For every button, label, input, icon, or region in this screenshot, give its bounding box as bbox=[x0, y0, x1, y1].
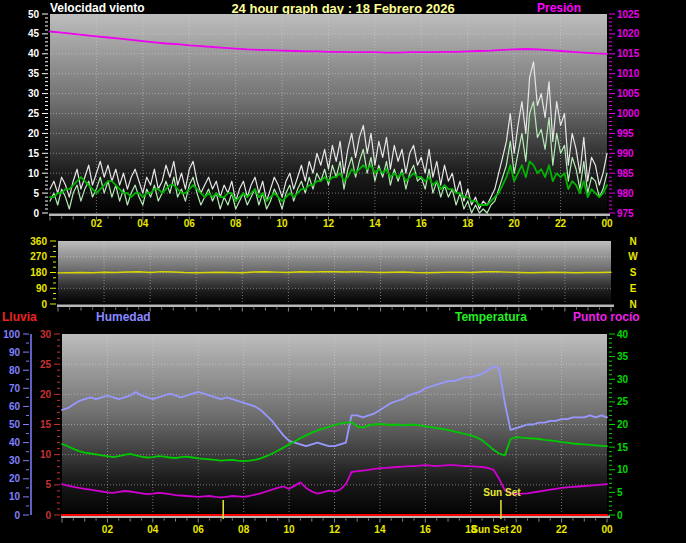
svg-text:40: 40 bbox=[617, 329, 629, 340]
svg-text:15: 15 bbox=[28, 148, 40, 159]
x-axis-label: 18 bbox=[462, 218, 474, 229]
svg-text:30: 30 bbox=[40, 329, 52, 340]
svg-text:985: 985 bbox=[617, 168, 634, 179]
x-axis-label: 16 bbox=[420, 524, 432, 535]
svg-text:20: 20 bbox=[617, 419, 629, 430]
svg-text:980: 980 bbox=[617, 188, 634, 199]
x-axis-label: 04 bbox=[147, 524, 159, 535]
svg-text:45: 45 bbox=[28, 28, 40, 39]
svg-text:1025: 1025 bbox=[617, 9, 640, 20]
svg-text:1005: 1005 bbox=[617, 88, 640, 99]
svg-text:70: 70 bbox=[9, 383, 21, 394]
panel-wind-direction: 090180270360 bbox=[30, 236, 614, 312]
weather-24h-graph: 24 hour graph day : 18 Febrero 2026 Velo… bbox=[0, 0, 686, 543]
svg-text:60: 60 bbox=[9, 401, 21, 412]
svg-text:20: 20 bbox=[9, 473, 21, 484]
svg-text:1000: 1000 bbox=[617, 108, 640, 119]
svg-text:25: 25 bbox=[40, 359, 52, 370]
svg-text:40: 40 bbox=[28, 48, 40, 59]
svg-text:10: 10 bbox=[617, 464, 629, 475]
svg-text:0: 0 bbox=[45, 510, 51, 521]
svg-text:10: 10 bbox=[9, 491, 21, 502]
svg-text:40: 40 bbox=[9, 437, 21, 448]
svg-text:10: 10 bbox=[40, 449, 52, 460]
panel-wind-speed-and-pressure: 0510152025303540455097598098599099510001… bbox=[28, 9, 640, 230]
x-axis-label: 02 bbox=[91, 218, 103, 229]
svg-text:0: 0 bbox=[14, 510, 20, 521]
compass-letter: E bbox=[630, 283, 637, 294]
x-axis-label: 12 bbox=[329, 524, 341, 535]
svg-text:0: 0 bbox=[617, 510, 623, 521]
svg-text:360: 360 bbox=[30, 236, 47, 247]
x-axis-label: 08 bbox=[230, 218, 242, 229]
x-axis-label: 00 bbox=[601, 218, 613, 229]
weather-charts-svg: 0510152025303540455097598098599099510001… bbox=[0, 0, 686, 543]
svg-text:15: 15 bbox=[617, 442, 629, 453]
svg-text:30: 30 bbox=[9, 455, 21, 466]
svg-text:5: 5 bbox=[617, 487, 623, 498]
x-axis-label: 14 bbox=[374, 524, 386, 535]
svg-text:100: 100 bbox=[3, 329, 20, 340]
svg-text:90: 90 bbox=[36, 283, 48, 294]
svg-text:30: 30 bbox=[28, 88, 40, 99]
svg-text:975: 975 bbox=[617, 208, 634, 219]
svg-text:80: 80 bbox=[9, 365, 21, 376]
svg-text:10: 10 bbox=[28, 168, 40, 179]
compass-letter: N bbox=[629, 236, 636, 247]
svg-text:1020: 1020 bbox=[617, 28, 640, 39]
x-axis-label: 02 bbox=[102, 524, 114, 535]
panel-rain-humidity-temperature-dewpoint: 0102030405060708090100051015202530051015… bbox=[3, 329, 628, 536]
svg-text:25: 25 bbox=[617, 396, 629, 407]
svg-text:1015: 1015 bbox=[617, 48, 640, 59]
x-axis-label: 10 bbox=[277, 218, 289, 229]
svg-text:1010: 1010 bbox=[617, 68, 640, 79]
svg-text:20: 20 bbox=[28, 128, 40, 139]
svg-text:50: 50 bbox=[9, 419, 21, 430]
sun-set-annotation: Sun Set bbox=[483, 487, 521, 498]
x-axis-label: 06 bbox=[193, 524, 205, 535]
x-axis-label: 22 bbox=[556, 524, 568, 535]
svg-text:270: 270 bbox=[30, 251, 47, 262]
svg-text:0: 0 bbox=[41, 299, 47, 310]
svg-text:995: 995 bbox=[617, 128, 634, 139]
compass-letter: N bbox=[629, 299, 636, 310]
svg-text:90: 90 bbox=[9, 347, 21, 358]
compass-letter: S bbox=[630, 267, 637, 278]
x-axis-label: 22 bbox=[555, 218, 567, 229]
svg-text:25: 25 bbox=[28, 108, 40, 119]
x-axis-label: 12 bbox=[323, 218, 335, 229]
x-axis-label: 14 bbox=[369, 218, 381, 229]
x-axis-label: 06 bbox=[184, 218, 196, 229]
compass-letter: W bbox=[628, 251, 638, 262]
svg-text:35: 35 bbox=[617, 351, 629, 362]
x-axis-label: 16 bbox=[416, 218, 428, 229]
x-axis-label: 10 bbox=[284, 524, 296, 535]
x-axis-label: 20 bbox=[509, 218, 521, 229]
svg-text:0: 0 bbox=[33, 208, 39, 219]
x-axis-label: 08 bbox=[238, 524, 250, 535]
svg-text:990: 990 bbox=[617, 148, 634, 159]
x-axis-label: 18 bbox=[465, 524, 477, 535]
svg-text:180: 180 bbox=[30, 267, 47, 278]
svg-text:15: 15 bbox=[40, 419, 52, 430]
svg-text:5: 5 bbox=[45, 479, 51, 490]
svg-text:5: 5 bbox=[33, 188, 39, 199]
svg-text:20: 20 bbox=[40, 389, 52, 400]
svg-text:30: 30 bbox=[617, 374, 629, 385]
svg-text:50: 50 bbox=[28, 9, 40, 20]
svg-text:35: 35 bbox=[28, 68, 40, 79]
x-axis-label: 00 bbox=[601, 524, 613, 535]
x-axis-label: 20 bbox=[511, 524, 523, 535]
sun-set-axis-label: Sun Set bbox=[471, 524, 509, 535]
x-axis-label: 04 bbox=[137, 218, 149, 229]
